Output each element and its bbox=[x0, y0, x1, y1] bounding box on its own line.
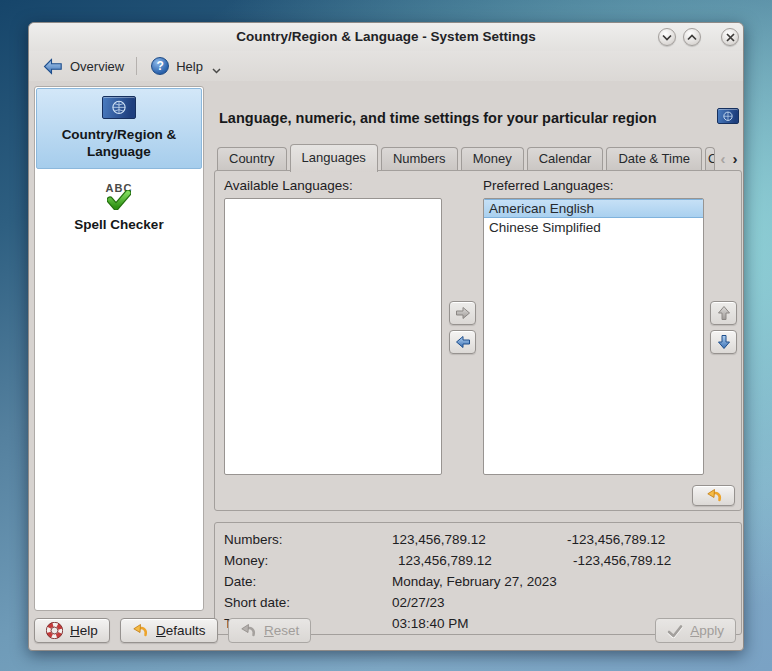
sample-label: Date: bbox=[224, 574, 392, 589]
move-down-button[interactable] bbox=[710, 330, 737, 354]
sample-positive-value: 123,456,789.12 bbox=[392, 532, 567, 547]
add-language-button[interactable] bbox=[449, 301, 476, 325]
sidebar-item-country-region-language[interactable]: Country/Region & Language bbox=[36, 88, 202, 169]
tab-date-time[interactable]: Date & Time bbox=[606, 147, 702, 171]
toolbar-separator bbox=[136, 57, 137, 75]
languages-tab-panel: Available Languages: Preferred Languages… bbox=[214, 170, 742, 511]
apply-button[interactable]: Apply bbox=[655, 618, 736, 643]
arrow-left-icon bbox=[455, 335, 471, 349]
tab-scroll-left-icon[interactable]: ‹ bbox=[717, 147, 729, 171]
tab-other-clipped[interactable]: Other bbox=[705, 147, 715, 171]
help-footer-label: Help bbox=[70, 623, 98, 638]
undo-icon bbox=[132, 624, 149, 637]
remove-language-button[interactable] bbox=[449, 330, 476, 354]
x-icon bbox=[726, 33, 735, 42]
defaults-button[interactable]: Defaults bbox=[120, 618, 218, 643]
sample-positive-value: 123,456,789.12 bbox=[392, 553, 567, 568]
minimize-button[interactable] bbox=[658, 28, 676, 46]
spellcheck-icon: ABC bbox=[99, 182, 139, 214]
sidebar-item-label-line1: Country/Region & bbox=[39, 126, 199, 143]
un-flag-icon bbox=[717, 108, 739, 124]
preferred-languages-list[interactable]: American English Chinese Simplified bbox=[483, 198, 704, 475]
tab-calendar[interactable]: Calendar bbox=[527, 147, 604, 171]
sidebar: Country/Region & Language ABC Spell Chec… bbox=[34, 86, 204, 611]
arrow-right-icon bbox=[455, 306, 471, 320]
un-flag-icon bbox=[102, 96, 136, 119]
help-button[interactable]: ? Help bbox=[143, 54, 229, 78]
reset-button[interactable]: Reset bbox=[228, 618, 311, 643]
maximize-button[interactable] bbox=[683, 28, 701, 46]
sample-row-short-date: Short date: 02/27/23 bbox=[224, 592, 741, 613]
tab-scroll-right-icon[interactable]: › bbox=[729, 147, 741, 171]
apply-label: Apply bbox=[690, 623, 724, 638]
chevron-up-icon bbox=[687, 34, 697, 41]
window-title: Country/Region & Language - System Setti… bbox=[29, 29, 743, 44]
tab-languages[interactable]: Languages bbox=[290, 144, 378, 172]
sidebar-item-label-line2: Language bbox=[39, 143, 199, 160]
overview-label: Overview bbox=[70, 59, 124, 74]
sample-label: Money: bbox=[224, 553, 392, 568]
sample-negative-value: -123,456,789.12 bbox=[567, 532, 741, 547]
desktop-background: Country/Region & Language - System Setti… bbox=[0, 0, 772, 671]
undo-icon bbox=[705, 489, 723, 502]
sample-row-date: Date: Monday, February 27, 2023 bbox=[224, 571, 741, 592]
checkmark-icon bbox=[667, 624, 683, 638]
sample-row-numbers: Numbers: 123,456,789.12 -123,456,789.12 bbox=[224, 529, 741, 550]
help-label: Help bbox=[176, 59, 203, 74]
undo-icon bbox=[240, 624, 257, 637]
available-languages-label: Available Languages: bbox=[224, 178, 353, 193]
question-icon: ? bbox=[151, 57, 169, 75]
preferred-languages-label: Preferred Languages: bbox=[483, 178, 614, 193]
arrow-up-icon bbox=[717, 305, 731, 321]
system-settings-window: Country/Region & Language - System Setti… bbox=[28, 22, 744, 651]
main-content: Language, numeric, and time settings for… bbox=[211, 81, 743, 614]
sample-value: Monday, February 27, 2023 bbox=[392, 574, 567, 589]
page-title: Language, numeric, and time settings for… bbox=[219, 110, 709, 126]
toolbar: Overview ? Help bbox=[29, 51, 743, 81]
tab-money[interactable]: Money bbox=[461, 147, 524, 171]
overview-button[interactable]: Overview bbox=[35, 55, 132, 78]
tab-country[interactable]: Country bbox=[217, 147, 287, 171]
list-item-chinese-simplified[interactable]: Chinese Simplified bbox=[484, 218, 703, 237]
sample-label: Short date: bbox=[224, 595, 392, 610]
list-item-american-english[interactable]: American English bbox=[484, 199, 703, 218]
undo-removal-button[interactable] bbox=[692, 485, 735, 506]
lifering-icon bbox=[46, 622, 63, 639]
arrow-left-icon bbox=[43, 58, 63, 75]
reset-label: Reset bbox=[264, 623, 299, 638]
arrow-down-icon bbox=[717, 334, 731, 350]
footer-button-row: Help Defaults Reset bbox=[29, 618, 743, 644]
defaults-label: Defaults bbox=[156, 623, 206, 638]
sidebar-item-label: Spell Checker bbox=[35, 216, 203, 233]
tab-bar: Country Languages Numbers Money Calendar… bbox=[217, 143, 741, 171]
available-languages-list[interactable] bbox=[224, 198, 442, 475]
checkmark-icon bbox=[107, 190, 131, 210]
help-button-footer[interactable]: Help bbox=[34, 618, 110, 643]
chevron-down-icon bbox=[212, 68, 221, 74]
sample-label: Numbers: bbox=[224, 532, 392, 547]
chevron-down-icon bbox=[662, 34, 672, 41]
close-button[interactable] bbox=[721, 28, 739, 46]
sample-value: 02/27/23 bbox=[392, 595, 567, 610]
move-up-button[interactable] bbox=[710, 301, 737, 325]
sample-row-money: Money: 123,456,789.12 -123,456,789.12 bbox=[224, 550, 741, 571]
sidebar-item-spell-checker[interactable]: ABC Spell Checker bbox=[35, 170, 203, 233]
sample-negative-value: -123,456,789.12 bbox=[567, 553, 741, 568]
titlebar[interactable]: Country/Region & Language - System Setti… bbox=[29, 23, 743, 51]
tab-numbers[interactable]: Numbers bbox=[381, 147, 458, 171]
